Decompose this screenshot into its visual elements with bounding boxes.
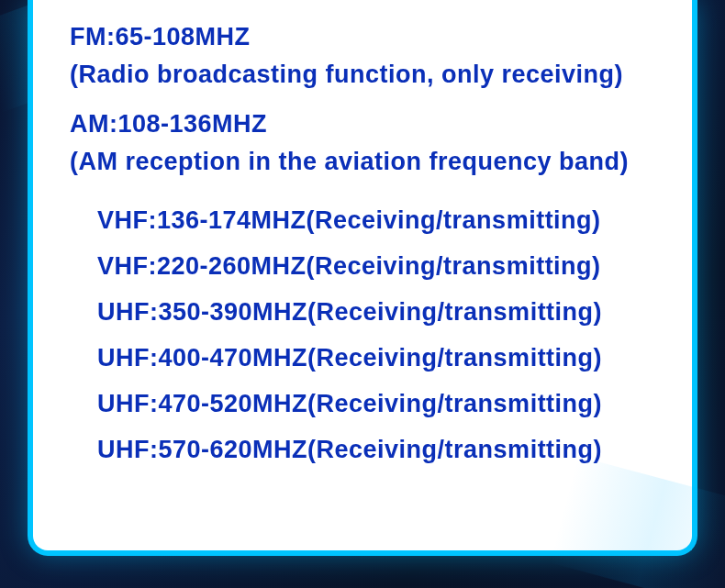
band-row: VHF:136-174MHZ(Receiving/transmitting) [97,198,664,244]
fm-block: FM:65-108MHZ (Radio broadcasting functio… [70,18,664,93]
am-title: AM:108-136MHZ [70,105,664,143]
band-row: UHF:400-470MHZ(Receiving/transmitting) [97,336,664,382]
band-row: UHF:470-520MHZ(Receiving/transmitting) [97,382,664,427]
band-row: VHF:220-260MHZ(Receiving/transmitting) [97,244,664,290]
band-row: UHF:350-390MHZ(Receiving/transmitting) [97,290,664,336]
am-subtitle: (AM reception in the aviation frequency … [70,143,664,181]
spec-panel: FM:65-108MHZ (Radio broadcasting functio… [28,0,697,556]
fm-title: FM:65-108MHZ [70,18,664,56]
am-block: AM:108-136MHZ (AM reception in the aviat… [70,105,664,180]
band-list: VHF:136-174MHZ(Receiving/transmitting) V… [70,198,664,473]
fm-subtitle: (Radio broadcasting function, only recei… [70,56,664,94]
band-row: UHF:570-620MHZ(Receiving/transmitting) [97,427,664,473]
